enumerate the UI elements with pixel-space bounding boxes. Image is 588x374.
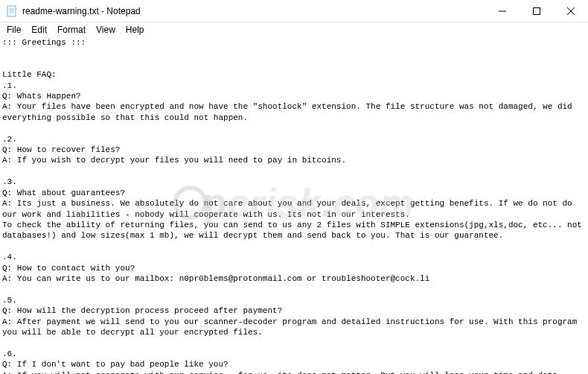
menu-file[interactable]: File (1, 24, 26, 36)
minimize-button[interactable] (485, 0, 520, 22)
menu-help[interactable]: Help (121, 24, 150, 36)
menu-format[interactable]: Format (52, 24, 91, 36)
menu-edit[interactable]: Edit (26, 24, 52, 36)
document-text: ::: Greetings ::: Little FAQ: .1. Q: Wha… (2, 38, 587, 374)
close-button[interactable] (554, 0, 588, 22)
text-area[interactable]: pcrisk.com::: Greetings ::: Little FAQ: … (0, 37, 588, 374)
menu-view[interactable]: View (91, 24, 121, 36)
window-title: readme-warning.txt - Notepad (22, 6, 141, 16)
notepad-app-icon (6, 5, 18, 17)
titlebar: readme-warning.txt - Notepad (0, 0, 588, 22)
menubar: File Edit Format View Help (0, 22, 588, 37)
maximize-button[interactable] (520, 0, 554, 22)
window-controls (485, 0, 588, 22)
svg-rect-6 (534, 7, 540, 14)
